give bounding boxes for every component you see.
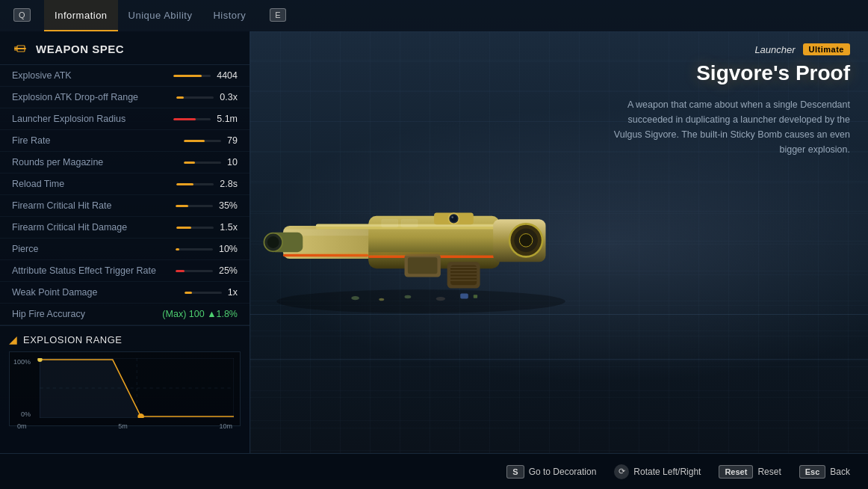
stat-value-pierce: 10% — [219, 244, 238, 254]
tab-unique-ability[interactable]: Unique Ability — [118, 0, 203, 31]
s-key: S — [506, 465, 524, 479]
chart-icon: ◢ — [9, 333, 17, 345]
reset-key: Reset — [719, 465, 753, 479]
stat-bar-track-7 — [176, 227, 214, 229]
stat-value-dropoff: 0.3x — [220, 92, 238, 102]
stat-value-fire-rate: 79 — [227, 135, 238, 146]
stat-row-crit-damage: Firearm Critical Hit Damage 1.5x — [0, 217, 249, 239]
stat-label-crit-damage: Firearm Critical Hit Damage — [12, 222, 127, 233]
explosion-range-header: ◢ Explosion Range — [9, 333, 241, 345]
stat-bar-track-5 — [176, 183, 214, 185]
stat-label-explosion-radius: Launcher Explosion Radius — [12, 114, 125, 124]
stat-value-explosive-atk: 4404 — [217, 70, 238, 81]
stat-row-pierce: Pierce 10% — [0, 239, 249, 260]
nav-key-e[interactable]: E — [256, 0, 300, 31]
svg-rect-47 — [460, 294, 468, 299]
nav-key-q[interactable]: Q — [0, 0, 44, 31]
stat-bar-fill-0 — [173, 75, 202, 77]
stat-bar-rounds-mag: 10 — [184, 157, 238, 167]
stat-bar-fill-7 — [176, 227, 191, 229]
tab-information[interactable]: Information — [44, 0, 118, 31]
stat-value-weak-point: 1x — [228, 287, 238, 298]
svg-point-12 — [276, 289, 565, 313]
q-key: Q — [13, 8, 31, 22]
stat-bar-fill-3 — [184, 140, 205, 142]
stat-label-weak-point: Weak Point Damage — [12, 287, 97, 298]
stat-bar-explosive-atk: 4404 — [173, 70, 238, 81]
weapon-spec-title: Weapon Spec — [36, 43, 124, 55]
stat-value-hip-fire: (Max) 100 ▲1.8% — [162, 309, 238, 319]
svg-rect-48 — [474, 295, 477, 298]
stat-bar-track-4 — [184, 162, 221, 164]
stat-label-status-trigger: Attribute Status Effect Trigger Rate — [12, 265, 156, 276]
go-to-decoration-label: Go to Decoration — [529, 467, 597, 477]
rotate-label: Rotate Left/Right — [633, 467, 701, 477]
stat-label-rounds-mag: Rounds per Magazine — [12, 157, 103, 167]
explosion-range-section: ◢ Explosion Range 100% 0% — [0, 325, 249, 434]
bottom-action-decoration: S Go to Decoration — [506, 465, 596, 479]
chart-svg — [16, 358, 234, 418]
explosion-range-chart: 100% 0% 0m 5m — [9, 351, 241, 426]
right-panel: Launcher Ultimate Sigvore's Proof A weap… — [592, 31, 868, 169]
rotate-icon: ⟳ — [614, 464, 629, 479]
chart-y-labels: 100% 0% — [10, 358, 31, 418]
left-panel: Weapon Spec Explosive ATK 4404 Explosion… — [0, 31, 250, 453]
stat-bar-reload-time: 2.8s — [176, 179, 238, 189]
tab-history[interactable]: History — [202, 0, 256, 31]
stat-label-reload-time: Reload Time — [12, 179, 64, 189]
stat-bar-track-3 — [184, 140, 221, 142]
weapon-description: A weapon that came about when a single D… — [610, 97, 850, 157]
weapon-name: Sigvore's Proof — [610, 61, 850, 85]
hip-fire-bonus: ▲1.8% — [207, 309, 238, 319]
chart-y-label-100: 100% — [10, 358, 31, 366]
stat-bar-fill-4 — [184, 162, 195, 164]
bottom-action-back[interactable]: Esc Back — [799, 465, 850, 479]
top-navigation: Q Information Unique Ability History E — [0, 0, 868, 31]
chart-x-labels: 0m 5m 10m — [16, 422, 234, 430]
stat-value-reload-time: 2.8s — [220, 179, 238, 189]
stat-bar-pierce: 10% — [176, 244, 238, 254]
stat-row-weak-point: Weak Point Damage 1x — [0, 282, 249, 304]
stat-bar-track-0 — [173, 75, 211, 77]
bottom-action-rotate: ⟳ Rotate Left/Right — [614, 464, 701, 479]
weapon-display — [250, 31, 592, 453]
e-key: E — [270, 8, 286, 22]
stat-bar-fill-8 — [176, 248, 179, 250]
chart-x-label-5m: 5m — [118, 422, 128, 430]
stat-label-fire-rate: Fire Rate — [12, 135, 50, 146]
bottom-action-reset: Reset Reset — [719, 465, 781, 479]
weapon-image — [250, 31, 592, 453]
svg-rect-32 — [408, 257, 438, 274]
stat-bar-track-2 — [173, 118, 211, 120]
stat-row-hip-fire: Hip Fire Accuracy (Max) 100 ▲1.8% — [0, 304, 249, 325]
svg-rect-42 — [283, 252, 486, 256]
stat-bar-weak-point: 1x — [185, 287, 238, 298]
svg-point-36 — [519, 234, 533, 247]
stat-label-dropoff: Explosion ATK Drop-off Range — [12, 92, 138, 102]
svg-point-44 — [379, 298, 384, 301]
stat-bar-fill-10 — [185, 292, 192, 294]
svg-point-45 — [405, 295, 412, 298]
stat-bar-fill-1 — [176, 96, 184, 99]
stat-label-hip-fire: Hip Fire Accuracy — [12, 309, 85, 319]
stat-bar-fill-9 — [176, 270, 185, 272]
stat-bar-fire-rate: 79 — [184, 135, 238, 146]
hip-fire-max: (Max) 100 — [162, 309, 204, 319]
explosion-range-title: Explosion Range — [23, 334, 122, 345]
chart-x-label-10m: 10m — [219, 422, 232, 430]
stat-value-crit-damage: 1.5x — [220, 222, 238, 233]
stat-bar-track-10 — [185, 292, 222, 294]
stat-bar-fill-2 — [173, 118, 196, 120]
svg-point-46 — [436, 297, 445, 301]
svg-rect-2 — [14, 46, 17, 51]
tab-history-label: History — [213, 10, 246, 21]
stat-bar-fill-5 — [176, 183, 193, 185]
svg-point-39 — [267, 236, 279, 248]
stat-value-explosion-radius: 5.1m — [217, 114, 238, 124]
stat-bar-crit-rate: 35% — [176, 200, 238, 211]
stat-row-crit-rate: Firearm Critical Hit Rate 35% — [0, 195, 249, 217]
stat-row-reload-time: Reload Time 2.8s — [0, 173, 249, 195]
stat-row-fire-rate: Fire Rate 79 — [0, 130, 249, 152]
stat-label-pierce: Pierce — [12, 244, 38, 254]
tab-information-label: Information — [55, 10, 108, 21]
